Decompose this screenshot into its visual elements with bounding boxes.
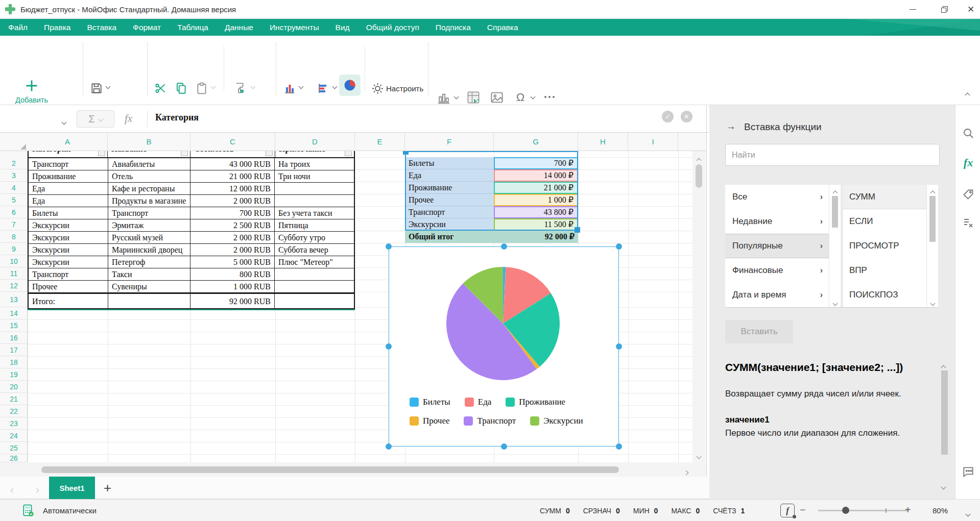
add-sheet-button[interactable]: + — [104, 480, 111, 496]
restore-button[interactable] — [933, 0, 956, 18]
expense-cell[interactable]: Без учета такси — [275, 207, 354, 219]
zoom-preset-dropdown[interactable] — [966, 509, 970, 518]
spreadsheet-grid[interactable]: 2345678910111213141516171819202122232425… — [0, 151, 706, 462]
summary-value-cell[interactable]: 43 800 ₽ — [494, 206, 578, 218]
summary-category-cell[interactable]: Билеты — [405, 157, 494, 169]
expense-cell[interactable]: 800 RUB — [190, 268, 275, 281]
column-chart-type-button[interactable] — [282, 81, 297, 96]
row-header-4[interactable]: 4 — [0, 182, 28, 194]
menu-item-правка[interactable]: Правка — [36, 19, 79, 36]
chart-resize-handle[interactable] — [386, 443, 392, 450]
vertical-scroll-thumb[interactable] — [696, 164, 702, 188]
expense-table[interactable]: ТранспортАвиабилеты43 000 RUBНа троихПро… — [28, 157, 355, 309]
scroll-down-arrow[interactable] — [942, 482, 945, 491]
expense-cell[interactable]: Прочее — [29, 281, 108, 293]
bar-chart-dropdown[interactable] — [333, 85, 337, 88]
summary-category-cell[interactable]: Транспорт — [405, 206, 494, 218]
row-header-9[interactable]: 9 — [0, 243, 28, 255]
formula-input[interactable]: Категория — [155, 112, 199, 123]
zoom-slider-thumb[interactable] — [842, 507, 849, 514]
chart-resize-handle[interactable] — [386, 243, 392, 250]
column-header-H[interactable]: H — [578, 133, 628, 151]
prev-sheet-button[interactable] — [11, 485, 15, 494]
expense-cell[interactable] — [275, 183, 354, 195]
zoom-level[interactable]: 80% — [933, 500, 948, 521]
fx-button[interactable]: fx — [125, 112, 132, 125]
column-header-E[interactable]: E — [355, 133, 405, 151]
menu-item-файл[interactable]: Файл — [0, 19, 36, 36]
expense-cell[interactable]: Экскурсии — [29, 219, 108, 232]
row-header-22[interactable]: 22 — [0, 405, 28, 417]
row-header-18[interactable]: 18 — [0, 356, 28, 368]
column-chart-dropdown[interactable] — [299, 85, 303, 88]
scroll-down-arrow[interactable] — [833, 298, 837, 307]
function-item-СУММ[interactable]: СУММ — [843, 185, 926, 209]
format-painter-dropdown[interactable] — [251, 85, 255, 88]
function-item-ПРОСМОТР[interactable]: ПРОСМОТР — [843, 234, 926, 258]
function-item-ПОИСКПОЗ[interactable]: ПОИСКПОЗ — [843, 283, 926, 307]
expense-cell[interactable]: Петергоф — [108, 256, 190, 268]
scroll-up-arrow[interactable] — [697, 155, 701, 164]
cut-button[interactable] — [152, 81, 170, 96]
function-search-input[interactable] — [725, 144, 940, 166]
row-header-21[interactable]: 21 — [0, 393, 28, 405]
expense-cell[interactable]: Русский музей — [108, 232, 190, 244]
insert-chart-button[interactable] — [435, 89, 452, 106]
next-sheet-button[interactable] — [35, 485, 38, 494]
close-button[interactable]: ✕ — [959, 0, 980, 18]
expense-cell[interactable]: 2 000 RUB — [190, 232, 275, 244]
column-header-C[interactable]: C — [190, 133, 275, 151]
menu-item-данные[interactable]: Данные — [217, 19, 261, 36]
filter-button[interactable] — [266, 151, 273, 156]
menu-item-инструменты[interactable]: Инструменты — [261, 19, 327, 36]
expense-cell[interactable]: Кафе и рестораны — [108, 183, 190, 195]
expense-cell[interactable]: Субботу утро — [275, 232, 354, 244]
category-item-Популярные[interactable]: Популярные› — [725, 234, 829, 258]
expense-cell[interactable]: 5 000 RUB — [190, 256, 275, 268]
expense-cell[interactable]: Три ночи — [275, 170, 354, 183]
expense-cell[interactable] — [275, 268, 354, 281]
total-cell[interactable] — [108, 293, 190, 308]
expense-cell[interactable] — [275, 195, 354, 207]
summary-total-label[interactable]: Общий итог — [405, 231, 494, 243]
scroll-down-arrow[interactable] — [697, 451, 701, 460]
named-ranges-icon[interactable] — [962, 188, 975, 201]
zoom-in-button[interactable]: + — [905, 500, 911, 521]
summary-value-cell[interactable]: 700 ₽ — [494, 157, 578, 169]
summary-value-cell[interactable]: 1 000 ₽ — [494, 194, 578, 206]
column-header-G[interactable]: G — [494, 133, 578, 151]
summary-value-cell[interactable]: 21 000 ₽ — [494, 182, 578, 194]
help-scrollbar[interactable] — [940, 360, 949, 490]
expense-cell[interactable]: Транспорт — [29, 268, 108, 281]
paste-dropdown[interactable] — [211, 85, 215, 88]
expense-cell[interactable]: Продукты в магазине — [108, 195, 190, 207]
column-header-D[interactable]: D — [275, 133, 355, 151]
expense-cell[interactable]: 21 000 RUB — [190, 170, 275, 183]
save-button[interactable] — [88, 81, 105, 96]
chart-resize-handle[interactable] — [616, 443, 622, 450]
row-header-11[interactable]: 11 — [0, 267, 28, 280]
row-header-15[interactable]: 15 — [0, 319, 28, 332]
chart-settings-button[interactable] — [370, 81, 385, 96]
category-item-Все[interactable]: Все› — [725, 185, 829, 209]
total-cell[interactable] — [275, 293, 354, 308]
row-header-14[interactable]: 14 — [0, 307, 28, 319]
menu-item-таблица[interactable]: Таблица — [169, 19, 217, 36]
horizontal-scroll-thumb[interactable] — [41, 466, 619, 473]
scroll-thumb[interactable] — [941, 370, 948, 455]
chart-resize-handle[interactable] — [616, 343, 622, 350]
row-header-5[interactable]: 5 — [0, 194, 28, 206]
expense-cell[interactable]: На троих — [275, 158, 354, 170]
row-header-23[interactable]: 23 — [0, 417, 28, 430]
expense-cell[interactable]: Транспорт — [108, 207, 190, 219]
expense-cell[interactable]: 700 RUB — [190, 207, 275, 219]
autosum-button[interactable]: Σ — [77, 110, 114, 128]
row-header-19[interactable]: 19 — [0, 368, 28, 381]
row-header-10[interactable]: 10 — [0, 255, 28, 267]
menu-item-вставка[interactable]: Вставка — [79, 19, 125, 36]
scroll-down-arrow[interactable] — [931, 298, 935, 307]
insert-function-button[interactable]: Вставить — [725, 320, 793, 343]
expense-cell[interactable]: Проживание — [29, 170, 108, 183]
chart-resize-handle[interactable] — [501, 243, 507, 250]
cancel-entry-button[interactable]: ✕ — [681, 111, 692, 122]
